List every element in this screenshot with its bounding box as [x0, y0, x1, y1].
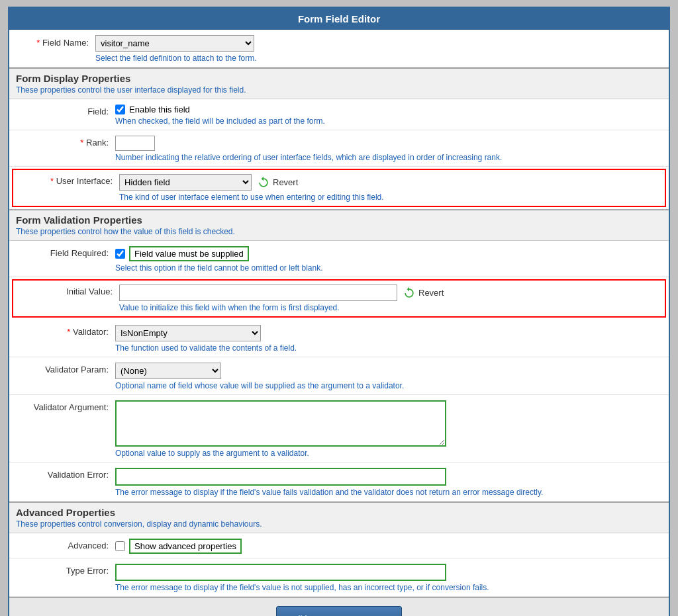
editor-header: Form Field Editor: [9, 8, 669, 30]
form-display-section-header: Form Display Properties These properties…: [9, 67, 669, 99]
validator-param-select[interactable]: (None): [115, 363, 221, 379]
validation-error-content: You cannot leave this field blank. The e…: [115, 468, 662, 497]
validator-argument-label: Validator Argument:: [16, 400, 115, 412]
advanced-section-header: Advanced Properties These properties con…: [9, 502, 669, 533]
validation-error-label: Validation Error:: [16, 468, 115, 480]
user-interface-highlight: * User Interface: Hidden field Revert Th…: [12, 169, 666, 207]
form-validation-desc: These properties control how the value o…: [16, 227, 662, 236]
validator-param-label: Validator Param:: [16, 363, 115, 374]
field-name-helper: Select the field definition to attach to…: [95, 54, 662, 63]
editor-title: Form Field Editor: [298, 13, 380, 24]
type-error-label: Type Error:: [16, 564, 115, 576]
validator-param-row: Validator Param: (None) Optional name of…: [9, 357, 669, 395]
validator-label: * Validator:: [16, 325, 115, 337]
advanced-checkbox[interactable]: [115, 541, 125, 551]
advanced-label: Advanced:: [16, 539, 115, 550]
initial-value-highlight: Initial Value: Selfregister with usernam…: [12, 279, 666, 318]
validator-argument-content: Optional value to supply as the argument…: [115, 400, 662, 458]
field-enable-row: Field: Enable this field When checked, t…: [9, 99, 669, 130]
field-required-content: Field value must be supplied Select this…: [115, 246, 662, 273]
rank-helper: Number indicating the relative ordering …: [115, 153, 662, 162]
field-required-helper: Select this option if the field cannot b…: [115, 263, 662, 273]
advanced-desc: These properties control conversion, dis…: [16, 519, 662, 529]
form-display-title: Form Display Properties: [16, 73, 662, 84]
user-interface-select[interactable]: Hidden field: [119, 174, 252, 191]
validation-error-row: Validation Error: You cannot leave this …: [9, 462, 669, 502]
advanced-title: Advanced Properties: [16, 507, 662, 518]
initial-value-row: Initial Value: Selfregister with usernam…: [13, 281, 665, 316]
save-area: Save Changes: [9, 597, 669, 616]
field-required-checkbox-wrap: Field value must be supplied: [115, 246, 662, 261]
field-enable-helper: When checked, the field will be included…: [115, 116, 662, 126]
type-error-helper: The error message to display if the fiel…: [115, 583, 662, 592]
form-validation-section-header: Form Validation Properties These propert…: [9, 209, 669, 241]
initial-value-helper: Value to initialize this field with when…: [119, 303, 658, 312]
type-error-input[interactable]: [115, 564, 446, 581]
advanced-checkbox-wrap: Show advanced properties: [115, 539, 662, 554]
user-interface-content: Hidden field Revert The kind of user int…: [119, 174, 658, 202]
user-interface-revert-button[interactable]: Revert: [257, 176, 298, 189]
ui-select-revert: Hidden field Revert: [119, 174, 658, 191]
rank-input[interactable]: 20: [115, 136, 155, 151]
validator-param-content: (None) Optional name of field whose valu…: [115, 363, 662, 390]
validator-select[interactable]: IsNonEmpty: [115, 325, 261, 341]
advanced-content: Show advanced properties: [115, 539, 662, 554]
initial-value-label: Initial Value:: [20, 285, 119, 296]
initial-value-input[interactable]: Selfregister with username only.: [119, 285, 397, 301]
save-icon: [297, 613, 309, 616]
initial-value-content: Selfregister with username only. Revert …: [119, 285, 658, 312]
field-name-select[interactable]: visitor_name: [95, 35, 254, 52]
validator-argument-helper: Optional value to supply as the argument…: [115, 449, 662, 458]
field-required-row: Field Required: Field value must be supp…: [9, 241, 669, 277]
field-name-content: visitor_name Select the field definition…: [95, 35, 662, 63]
type-error-content: The error message to display if the fiel…: [115, 564, 662, 592]
user-interface-helper: The kind of user interface element to us…: [119, 193, 658, 202]
type-error-row: Type Error: The error message to display…: [9, 558, 669, 597]
advanced-checkbox-text: Show advanced properties: [129, 539, 242, 554]
revert-icon: [257, 176, 270, 189]
form-validation-title: Form Validation Properties: [16, 214, 662, 226]
validator-param-helper: Optional name of field whose value will …: [115, 381, 662, 390]
validator-argument-row: Validator Argument: Optional value to su…: [9, 395, 669, 462]
save-changes-button[interactable]: Save Changes: [276, 606, 403, 616]
rank-row: * Rank: 20 Number indicating the relativ…: [9, 130, 669, 167]
validator-content: IsNonEmpty The function used to validate…: [115, 325, 662, 353]
validator-row: * Validator: IsNonEmpty The function use…: [9, 320, 669, 357]
field-enable-content: Enable this field When checked, the fiel…: [115, 105, 662, 126]
initial-value-revert-label: Revert: [418, 288, 444, 298]
save-button-label: Save Changes: [314, 614, 382, 617]
rank-content: 20 Number indicating the relative orderi…: [115, 136, 662, 162]
validator-argument-textarea[interactable]: [115, 400, 446, 447]
field-enable-checkbox[interactable]: [115, 105, 125, 114]
field-name-row: * Field Name: visitor_name Select the fi…: [9, 30, 669, 67]
initial-value-revert-button[interactable]: Revert: [403, 286, 444, 300]
user-interface-label: * User Interface:: [20, 174, 119, 186]
form-display-desc: These properties control the user interf…: [16, 85, 662, 95]
field-required-checkbox-text: Field value must be supplied: [129, 246, 249, 261]
user-interface-row: * User Interface: Hidden field Revert Th…: [13, 170, 665, 206]
advanced-row: Advanced: Show advanced properties: [9, 533, 669, 558]
field-required-label: Field Required:: [16, 246, 115, 258]
validator-helper: The function used to validate the conten…: [115, 343, 662, 353]
rank-label: * Rank:: [16, 136, 115, 148]
validation-error-input[interactable]: You cannot leave this field blank.: [115, 468, 446, 486]
validation-error-helper: The error message to display if the fiel…: [115, 488, 662, 497]
editor-container: Form Field Editor * Field Name: visitor_…: [8, 7, 670, 616]
initial-value-revert-icon: [403, 286, 416, 300]
field-name-label: * Field Name:: [16, 35, 95, 48]
initial-value-inner: Selfregister with username only. Revert: [119, 285, 658, 301]
user-interface-revert-label: Revert: [273, 177, 298, 187]
field-enable-checkbox-text: Enable this field: [129, 105, 190, 114]
field-enable-checkbox-label: Enable this field: [115, 105, 662, 114]
field-enable-label: Field:: [16, 105, 115, 116]
field-required-checkbox[interactable]: [115, 249, 125, 259]
